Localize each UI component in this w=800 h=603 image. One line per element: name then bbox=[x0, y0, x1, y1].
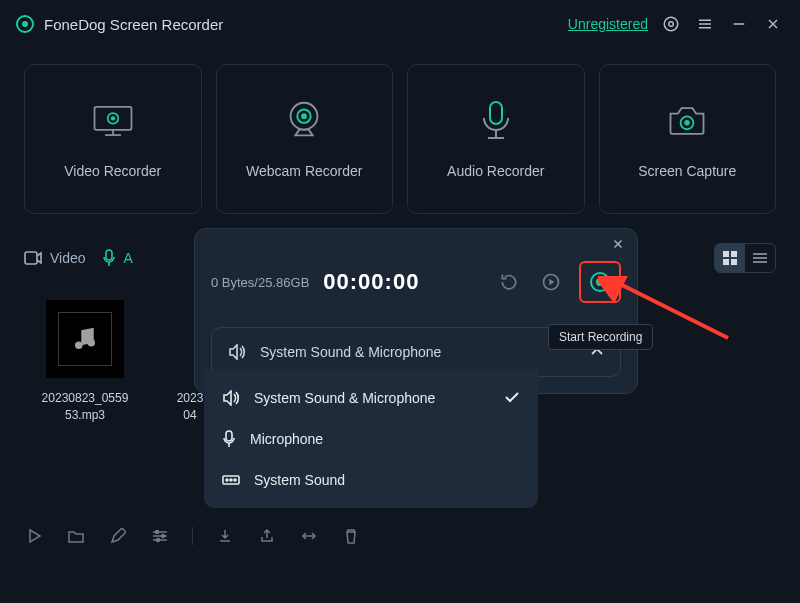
sound-source-menu: System Sound & Microphone Microphone Sys… bbox=[204, 370, 538, 508]
mode-webcam-recorder[interactable]: Webcam Recorder bbox=[216, 64, 394, 214]
webcam-icon bbox=[282, 99, 326, 143]
sliders-icon[interactable] bbox=[150, 526, 170, 546]
option-label: System Sound bbox=[254, 472, 345, 488]
microphone-icon bbox=[474, 99, 518, 143]
bottom-toolbar bbox=[24, 526, 361, 546]
separator bbox=[192, 527, 193, 545]
minimize-icon[interactable] bbox=[728, 13, 750, 35]
menu-icon[interactable] bbox=[694, 13, 716, 35]
storage-info: 0 Bytes/25.86GB bbox=[211, 275, 309, 290]
svg-marker-45 bbox=[549, 279, 554, 286]
sound-option-system[interactable]: System Sound bbox=[204, 460, 538, 500]
mode-screen-capture[interactable]: Screen Capture bbox=[599, 64, 777, 214]
mode-label: Webcam Recorder bbox=[246, 163, 362, 179]
settings-icon[interactable] bbox=[660, 13, 682, 35]
mode-row: Video Recorder Webcam Recorder Audio Rec… bbox=[0, 48, 800, 236]
mode-label: Screen Capture bbox=[638, 163, 736, 179]
svg-point-38 bbox=[162, 535, 165, 538]
view-toggle bbox=[714, 243, 776, 273]
unregistered-link[interactable]: Unregistered bbox=[568, 16, 648, 32]
edit-icon[interactable] bbox=[108, 526, 128, 546]
mode-label: Audio Recorder bbox=[447, 163, 544, 179]
share-icon[interactable] bbox=[257, 526, 277, 546]
svg-rect-24 bbox=[723, 251, 729, 257]
svg-marker-33 bbox=[30, 530, 40, 542]
svg-point-0 bbox=[664, 17, 678, 31]
tab-audio-label: A bbox=[124, 250, 133, 266]
camera-icon bbox=[665, 99, 709, 143]
folder-icon[interactable] bbox=[66, 526, 86, 546]
option-label: Microphone bbox=[250, 431, 323, 447]
svg-rect-22 bbox=[106, 250, 112, 260]
brand: FoneDog Screen Recorder bbox=[16, 15, 223, 33]
svg-point-15 bbox=[301, 113, 307, 119]
microphone-icon bbox=[222, 430, 236, 448]
svg-rect-16 bbox=[490, 102, 502, 124]
file-name-line1: 20230823_0559 bbox=[24, 390, 146, 407]
svg-point-47 bbox=[596, 278, 604, 286]
file-name-line2: 53.mp3 bbox=[24, 407, 146, 424]
download-icon[interactable] bbox=[215, 526, 235, 546]
mode-audio-recorder[interactable]: Audio Recorder bbox=[407, 64, 585, 214]
system-sound-icon bbox=[222, 473, 240, 487]
option-label: System Sound & Microphone bbox=[254, 390, 435, 406]
tab-video-label: Video bbox=[50, 250, 86, 266]
recording-timer: 00:00:00 bbox=[323, 269, 419, 295]
grid-view-button[interactable] bbox=[715, 244, 745, 272]
title-bar: FoneDog Screen Recorder Unregistered bbox=[0, 0, 800, 48]
svg-point-37 bbox=[156, 531, 159, 534]
speaker-icon bbox=[222, 390, 240, 406]
speaker-icon bbox=[228, 344, 246, 360]
svg-point-12 bbox=[111, 116, 115, 120]
convert-icon[interactable] bbox=[299, 526, 319, 546]
file-item[interactable]: 20230823_0559 53.mp3 bbox=[24, 300, 146, 424]
trash-icon[interactable] bbox=[341, 526, 361, 546]
sound-option-system-and-mic[interactable]: System Sound & Microphone bbox=[204, 378, 538, 418]
tab-video[interactable]: Video bbox=[24, 250, 86, 266]
record-button[interactable] bbox=[585, 267, 615, 297]
play-icon[interactable] bbox=[24, 526, 44, 546]
tab-audio[interactable]: A bbox=[102, 249, 133, 267]
svg-point-31 bbox=[75, 342, 83, 350]
record-button-highlight bbox=[579, 261, 621, 303]
app-title: FoneDog Screen Recorder bbox=[44, 16, 223, 33]
svg-rect-27 bbox=[731, 259, 737, 265]
play-control-icon[interactable] bbox=[537, 268, 565, 296]
sound-source-label: System Sound & Microphone bbox=[260, 344, 441, 360]
panel-close-icon[interactable] bbox=[611, 237, 625, 255]
svg-rect-25 bbox=[731, 251, 737, 257]
monitor-icon bbox=[91, 99, 135, 143]
check-icon bbox=[504, 390, 520, 406]
svg-point-32 bbox=[88, 339, 96, 347]
svg-point-53 bbox=[234, 479, 236, 481]
svg-point-20 bbox=[685, 120, 691, 126]
svg-point-51 bbox=[226, 479, 228, 481]
svg-point-39 bbox=[157, 539, 160, 542]
start-recording-tooltip: Start Recording bbox=[548, 324, 653, 350]
svg-point-1 bbox=[669, 22, 674, 27]
svg-rect-48 bbox=[226, 431, 232, 441]
restart-icon[interactable] bbox=[495, 268, 523, 296]
list-view-button[interactable] bbox=[745, 244, 775, 272]
close-icon[interactable] bbox=[762, 13, 784, 35]
mode-video-recorder[interactable]: Video Recorder bbox=[24, 64, 202, 214]
mode-label: Video Recorder bbox=[64, 163, 161, 179]
svg-rect-21 bbox=[25, 252, 37, 264]
svg-rect-26 bbox=[723, 259, 729, 265]
sound-option-microphone[interactable]: Microphone bbox=[204, 418, 538, 460]
brand-logo-icon bbox=[16, 15, 34, 33]
audio-file-icon bbox=[46, 300, 124, 378]
svg-point-52 bbox=[230, 479, 232, 481]
